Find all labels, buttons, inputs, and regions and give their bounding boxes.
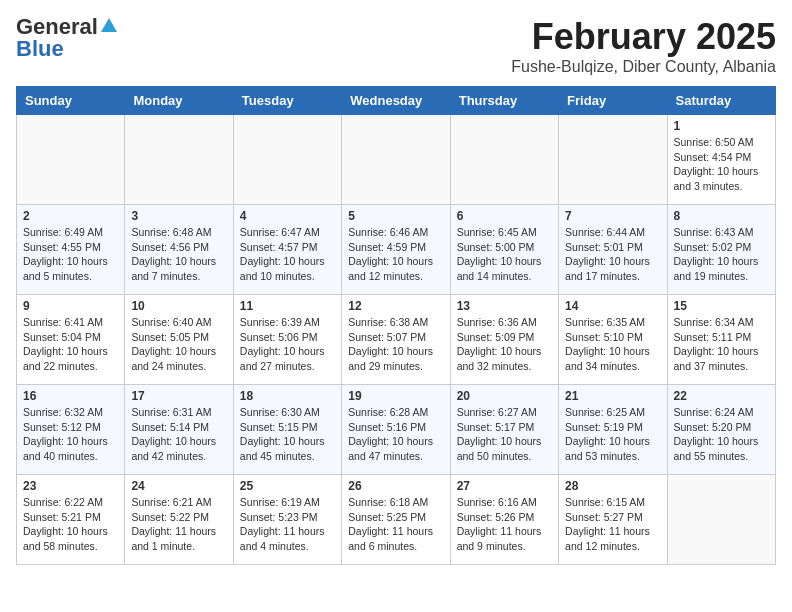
- table-row: 4Sunrise: 6:47 AM Sunset: 4:57 PM Daylig…: [233, 205, 341, 295]
- table-row: 19Sunrise: 6:28 AM Sunset: 5:16 PM Dayli…: [342, 385, 450, 475]
- day-info: Sunrise: 6:47 AM Sunset: 4:57 PM Dayligh…: [240, 225, 335, 284]
- table-row: 16Sunrise: 6:32 AM Sunset: 5:12 PM Dayli…: [17, 385, 125, 475]
- header-tuesday: Tuesday: [233, 87, 341, 115]
- day-info: Sunrise: 6:25 AM Sunset: 5:19 PM Dayligh…: [565, 405, 660, 464]
- day-number: 7: [565, 209, 660, 223]
- table-row: 3Sunrise: 6:48 AM Sunset: 4:56 PM Daylig…: [125, 205, 233, 295]
- day-info: Sunrise: 6:21 AM Sunset: 5:22 PM Dayligh…: [131, 495, 226, 554]
- table-row: 5Sunrise: 6:46 AM Sunset: 4:59 PM Daylig…: [342, 205, 450, 295]
- day-number: 8: [674, 209, 769, 223]
- header-wednesday: Wednesday: [342, 87, 450, 115]
- day-number: 11: [240, 299, 335, 313]
- header-monday: Monday: [125, 87, 233, 115]
- table-row: 28Sunrise: 6:15 AM Sunset: 5:27 PM Dayli…: [559, 475, 667, 565]
- table-row: [233, 115, 341, 205]
- table-row: 24Sunrise: 6:21 AM Sunset: 5:22 PM Dayli…: [125, 475, 233, 565]
- table-row: [342, 115, 450, 205]
- calendar-week-row: 16Sunrise: 6:32 AM Sunset: 5:12 PM Dayli…: [17, 385, 776, 475]
- day-info: Sunrise: 6:43 AM Sunset: 5:02 PM Dayligh…: [674, 225, 769, 284]
- day-info: Sunrise: 6:35 AM Sunset: 5:10 PM Dayligh…: [565, 315, 660, 374]
- day-info: Sunrise: 6:46 AM Sunset: 4:59 PM Dayligh…: [348, 225, 443, 284]
- table-row: 26Sunrise: 6:18 AM Sunset: 5:25 PM Dayli…: [342, 475, 450, 565]
- table-row: 20Sunrise: 6:27 AM Sunset: 5:17 PM Dayli…: [450, 385, 558, 475]
- day-number: 16: [23, 389, 118, 403]
- day-info: Sunrise: 6:19 AM Sunset: 5:23 PM Dayligh…: [240, 495, 335, 554]
- table-row: 17Sunrise: 6:31 AM Sunset: 5:14 PM Dayli…: [125, 385, 233, 475]
- logo-blue: Blue: [16, 38, 64, 60]
- day-number: 28: [565, 479, 660, 493]
- day-info: Sunrise: 6:44 AM Sunset: 5:01 PM Dayligh…: [565, 225, 660, 284]
- day-info: Sunrise: 6:15 AM Sunset: 5:27 PM Dayligh…: [565, 495, 660, 554]
- day-info: Sunrise: 6:40 AM Sunset: 5:05 PM Dayligh…: [131, 315, 226, 374]
- day-number: 4: [240, 209, 335, 223]
- calendar-week-row: 23Sunrise: 6:22 AM Sunset: 5:21 PM Dayli…: [17, 475, 776, 565]
- day-info: Sunrise: 6:45 AM Sunset: 5:00 PM Dayligh…: [457, 225, 552, 284]
- day-info: Sunrise: 6:22 AM Sunset: 5:21 PM Dayligh…: [23, 495, 118, 554]
- day-number: 13: [457, 299, 552, 313]
- calendar-table: Sunday Monday Tuesday Wednesday Thursday…: [16, 86, 776, 565]
- day-info: Sunrise: 6:28 AM Sunset: 5:16 PM Dayligh…: [348, 405, 443, 464]
- table-row: 9Sunrise: 6:41 AM Sunset: 5:04 PM Daylig…: [17, 295, 125, 385]
- calendar-subtitle: Fushe-Bulqize, Diber County, Albania: [511, 58, 776, 76]
- day-number: 22: [674, 389, 769, 403]
- day-info: Sunrise: 6:39 AM Sunset: 5:06 PM Dayligh…: [240, 315, 335, 374]
- calendar-week-row: 2Sunrise: 6:49 AM Sunset: 4:55 PM Daylig…: [17, 205, 776, 295]
- day-number: 24: [131, 479, 226, 493]
- table-row: 1Sunrise: 6:50 AM Sunset: 4:54 PM Daylig…: [667, 115, 775, 205]
- day-number: 2: [23, 209, 118, 223]
- logo-general: General: [16, 16, 98, 38]
- header-thursday: Thursday: [450, 87, 558, 115]
- day-number: 10: [131, 299, 226, 313]
- table-row: [667, 475, 775, 565]
- table-row: 18Sunrise: 6:30 AM Sunset: 5:15 PM Dayli…: [233, 385, 341, 475]
- svg-marker-0: [101, 18, 117, 32]
- day-number: 6: [457, 209, 552, 223]
- table-row: [450, 115, 558, 205]
- day-number: 19: [348, 389, 443, 403]
- day-number: 5: [348, 209, 443, 223]
- page-header: General Blue February 2025 Fushe-Bulqize…: [16, 16, 776, 76]
- table-row: [125, 115, 233, 205]
- day-info: Sunrise: 6:27 AM Sunset: 5:17 PM Dayligh…: [457, 405, 552, 464]
- table-row: 22Sunrise: 6:24 AM Sunset: 5:20 PM Dayli…: [667, 385, 775, 475]
- table-row: 7Sunrise: 6:44 AM Sunset: 5:01 PM Daylig…: [559, 205, 667, 295]
- day-number: 17: [131, 389, 226, 403]
- day-number: 23: [23, 479, 118, 493]
- table-row: [559, 115, 667, 205]
- day-number: 27: [457, 479, 552, 493]
- day-info: Sunrise: 6:30 AM Sunset: 5:15 PM Dayligh…: [240, 405, 335, 464]
- table-row: 8Sunrise: 6:43 AM Sunset: 5:02 PM Daylig…: [667, 205, 775, 295]
- table-row: 11Sunrise: 6:39 AM Sunset: 5:06 PM Dayli…: [233, 295, 341, 385]
- day-info: Sunrise: 6:49 AM Sunset: 4:55 PM Dayligh…: [23, 225, 118, 284]
- table-row: 6Sunrise: 6:45 AM Sunset: 5:00 PM Daylig…: [450, 205, 558, 295]
- day-number: 20: [457, 389, 552, 403]
- header-saturday: Saturday: [667, 87, 775, 115]
- table-row: 27Sunrise: 6:16 AM Sunset: 5:26 PM Dayli…: [450, 475, 558, 565]
- table-row: 23Sunrise: 6:22 AM Sunset: 5:21 PM Dayli…: [17, 475, 125, 565]
- day-info: Sunrise: 6:41 AM Sunset: 5:04 PM Dayligh…: [23, 315, 118, 374]
- header-friday: Friday: [559, 87, 667, 115]
- table-row: [17, 115, 125, 205]
- table-row: 14Sunrise: 6:35 AM Sunset: 5:10 PM Dayli…: [559, 295, 667, 385]
- logo: General Blue: [16, 16, 118, 60]
- day-number: 18: [240, 389, 335, 403]
- calendar-week-row: 1Sunrise: 6:50 AM Sunset: 4:54 PM Daylig…: [17, 115, 776, 205]
- day-number: 9: [23, 299, 118, 313]
- day-info: Sunrise: 6:48 AM Sunset: 4:56 PM Dayligh…: [131, 225, 226, 284]
- day-info: Sunrise: 6:34 AM Sunset: 5:11 PM Dayligh…: [674, 315, 769, 374]
- day-number: 14: [565, 299, 660, 313]
- day-number: 26: [348, 479, 443, 493]
- table-row: 2Sunrise: 6:49 AM Sunset: 4:55 PM Daylig…: [17, 205, 125, 295]
- day-info: Sunrise: 6:24 AM Sunset: 5:20 PM Dayligh…: [674, 405, 769, 464]
- day-number: 3: [131, 209, 226, 223]
- table-row: 10Sunrise: 6:40 AM Sunset: 5:05 PM Dayli…: [125, 295, 233, 385]
- day-number: 25: [240, 479, 335, 493]
- logo-icon: [100, 16, 118, 34]
- table-row: 21Sunrise: 6:25 AM Sunset: 5:19 PM Dayli…: [559, 385, 667, 475]
- table-row: 25Sunrise: 6:19 AM Sunset: 5:23 PM Dayli…: [233, 475, 341, 565]
- day-number: 15: [674, 299, 769, 313]
- title-block: February 2025 Fushe-Bulqize, Diber Count…: [511, 16, 776, 76]
- day-info: Sunrise: 6:32 AM Sunset: 5:12 PM Dayligh…: [23, 405, 118, 464]
- calendar-week-row: 9Sunrise: 6:41 AM Sunset: 5:04 PM Daylig…: [17, 295, 776, 385]
- table-row: 13Sunrise: 6:36 AM Sunset: 5:09 PM Dayli…: [450, 295, 558, 385]
